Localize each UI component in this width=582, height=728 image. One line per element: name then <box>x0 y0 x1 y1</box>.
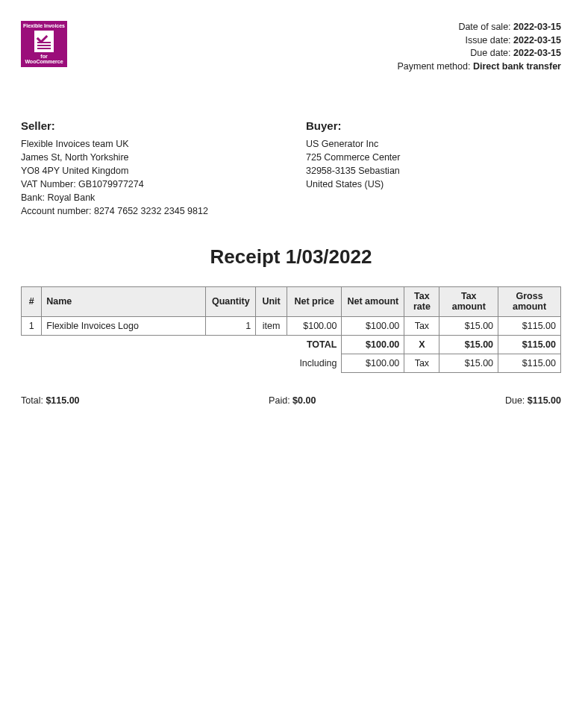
col-qty: Quantity <box>206 286 256 316</box>
seller-line: VAT Number: GB1079977274 <box>21 178 276 191</box>
cell-num: 1 <box>22 316 42 335</box>
col-unit: Unit <box>256 286 287 316</box>
col-net-price: Net price <box>287 286 342 316</box>
seller-line: Account number: 8274 7652 3232 2345 9812 <box>21 204 276 218</box>
due-date-label: Due date: <box>470 48 510 58</box>
buyer-heading: Buyer: <box>306 118 561 134</box>
header-row: Flexible Invoices for WooCommerce Date o… <box>21 21 561 73</box>
total-tax-amount: $15.00 <box>439 335 498 354</box>
seller-block: Seller: Flexible Invoices team UK James … <box>21 118 276 219</box>
total-tax-rate: X <box>404 335 439 354</box>
seller-line: YO8 4PY United Kingdom <box>21 164 276 178</box>
cell-tax-rate: Tax <box>404 316 439 335</box>
buyer-line: United States (US) <box>306 178 561 191</box>
document-title: Receipt 1/03/2022 <box>21 245 561 269</box>
col-gross-amount: Gross amount <box>498 286 561 316</box>
cell-net-price: $100.00 <box>287 316 342 335</box>
summary-row: Total: $115.00 Paid: $0.00 Due: $115.00 <box>21 395 561 406</box>
invoice-check-icon <box>34 31 54 52</box>
cell-qty: 1 <box>206 316 256 335</box>
items-table: # Name Quantity Unit Net price Net amoun… <box>21 286 561 373</box>
col-name: Name <box>42 286 206 316</box>
col-tax-rate: Tax rate <box>404 286 439 316</box>
including-tax-amount: $15.00 <box>439 354 498 372</box>
cell-unit: item <box>256 316 287 335</box>
cell-net-amount: $100.00 <box>342 316 404 335</box>
including-gross-amount: $115.00 <box>498 354 561 372</box>
table-row: 1 Flexible Invoices Logo 1 item $100.00 … <box>22 316 561 335</box>
seller-line: James St, North Yorkshire <box>21 151 276 164</box>
date-of-sale-value: 2022-03-15 <box>513 22 561 32</box>
payment-method-value: Direct bank transfer <box>473 61 561 72</box>
summary-paid-value: $0.00 <box>292 395 316 406</box>
summary-due-label: Due: <box>505 395 525 406</box>
buyer-line: 725 Commerce Center <box>306 151 561 164</box>
buyer-block: Buyer: US Generator Inc 725 Commerce Cen… <box>306 118 561 219</box>
cell-gross-amount: $115.00 <box>498 316 561 335</box>
date-of-sale-label: Date of sale: <box>458 22 510 32</box>
including-label: Including <box>287 354 342 372</box>
summary-paid-label: Paid: <box>269 395 290 406</box>
total-row: TOTAL $100.00 X $15.00 $115.00 <box>22 335 561 354</box>
summary-due: Due: $115.00 <box>505 395 561 406</box>
logo-text-bottom: for WooCommerce <box>22 54 66 65</box>
total-label: TOTAL <box>287 335 342 354</box>
logo-text-top: Flexible Invoices <box>23 23 65 29</box>
col-net-amount: Net amount <box>342 286 404 316</box>
including-net-amount: $100.00 <box>342 354 404 372</box>
document-meta: Date of sale: 2022-03-15 Issue date: 202… <box>397 21 561 73</box>
seller-line: Bank: Royal Bank <box>21 191 276 204</box>
summary-due-value: $115.00 <box>528 395 561 406</box>
summary-total: Total: $115.00 <box>21 395 80 406</box>
table-header-row: # Name Quantity Unit Net price Net amoun… <box>22 286 561 316</box>
cell-name: Flexible Invoices Logo <box>42 316 206 335</box>
cell-tax-amount: $15.00 <box>439 316 498 335</box>
total-gross-amount: $115.00 <box>498 335 561 354</box>
issue-date-value: 2022-03-15 <box>513 35 561 46</box>
summary-paid: Paid: $0.00 <box>269 395 316 406</box>
total-net-amount: $100.00 <box>342 335 404 354</box>
buyer-line: 32958-3135 Sebastian <box>306 164 561 178</box>
summary-total-value: $115.00 <box>46 395 79 406</box>
payment-method-label: Payment method: <box>397 61 470 72</box>
summary-total-label: Total: <box>21 395 43 406</box>
buyer-line: US Generator Inc <box>306 137 561 151</box>
parties-row: Seller: Flexible Invoices team UK James … <box>21 118 561 219</box>
including-tax-rate: Tax <box>404 354 439 372</box>
including-row: Including $100.00 Tax $15.00 $115.00 <box>22 354 561 372</box>
issue-date-label: Issue date: <box>465 35 510 46</box>
col-num: # <box>22 286 42 316</box>
seller-line: Flexible Invoices team UK <box>21 137 276 151</box>
due-date-value: 2022-03-15 <box>513 48 561 58</box>
col-tax-amount: Tax amount <box>439 286 498 316</box>
seller-heading: Seller: <box>21 118 276 134</box>
product-logo: Flexible Invoices for WooCommerce <box>21 21 67 67</box>
